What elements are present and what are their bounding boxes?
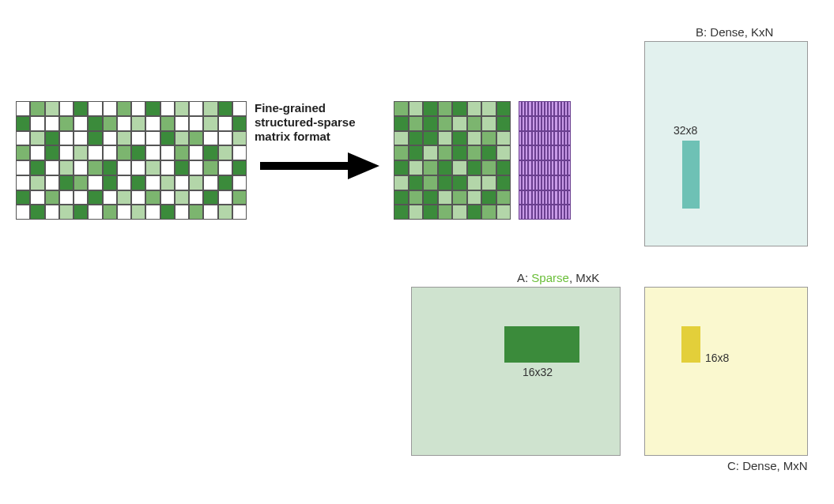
sparse-cell [189,101,203,116]
sparse-cell [59,101,74,116]
matrix-a-label: A: Sparse, MxK [517,271,599,284]
sparse-cell [131,190,145,205]
sparse-cell [218,101,232,116]
sparse-cell [103,160,117,175]
sparse-cell [160,190,175,205]
sparse-cell [189,175,203,190]
compressed-cell [438,160,453,175]
sparse-cell [160,160,175,175]
sparse-cell [189,145,203,160]
compressed-cell [481,101,496,116]
compressed-cell [452,145,467,160]
sparse-cell [103,116,117,131]
sparse-cell [16,190,30,205]
compressed-cell [409,190,424,205]
compressed-cell [409,205,424,220]
compressed-cell [452,131,467,146]
sparse-cell [30,101,44,116]
sparse-cell [45,131,59,146]
sparse-cell [59,116,74,131]
sparse-cell [232,131,247,146]
compressed-cell [467,190,482,205]
sparse-cell [88,205,102,220]
sparse-cell [88,175,102,190]
compressed-cell [496,145,511,160]
sparse-cell [16,160,30,175]
sparse-cell [203,145,217,160]
sparse-cell [103,175,117,190]
sparse-cell [160,116,175,131]
sparse-cell [30,116,44,131]
sparse-cell [103,205,117,220]
sparse-cell [218,131,232,146]
sparse-cell [117,145,131,160]
sparse-cell [175,160,189,175]
sparse-cell [203,116,217,131]
compressed-cell [394,145,409,160]
sparse-cell [45,190,59,205]
sparse-cell [45,205,59,220]
index-cell [568,175,571,190]
sparse-cell [175,131,189,146]
sparse-cell [103,101,117,116]
matrix-b-label: B: Dense, KxN [696,25,773,39]
index-cell [568,145,571,160]
compressed-cell [452,116,467,131]
sparse-cell [103,145,117,160]
index-metadata-grid [519,101,571,220]
compressed-cell [496,131,511,146]
sparse-cell [16,175,30,190]
sparse-cell [117,190,131,205]
sparse-matrix-grid [16,101,247,220]
sparse-cell [175,116,189,131]
compressed-cell [438,175,453,190]
sparse-cell [189,190,203,205]
compressed-cell [496,116,511,131]
compressed-cell [394,205,409,220]
sparse-cell [189,160,203,175]
compressed-cell [423,101,438,116]
sparse-cell [218,205,232,220]
sparse-cell [189,116,203,131]
compressed-cell [423,145,438,160]
index-cell [568,160,571,175]
sparse-cell [59,131,74,146]
compressed-cell [496,175,511,190]
compressed-cell [452,175,467,190]
sparse-cell [45,101,59,116]
sparse-cell [232,175,247,190]
compressed-cell [481,116,496,131]
sparse-cell [145,131,160,146]
sparse-cell [131,116,145,131]
sparse-cell [59,205,74,220]
arrow-icon [257,146,383,186]
sparse-cell [218,175,232,190]
sparse-cell [131,160,145,175]
compressed-cell [452,101,467,116]
sparse-cell [88,116,102,131]
sparse-cell [203,190,217,205]
sparse-cell [30,190,44,205]
sparse-cell [232,145,247,160]
sparse-cell [160,205,175,220]
compressed-cell [467,131,482,146]
sparse-cell [175,145,189,160]
compressed-cell [409,131,424,146]
sparse-cell [117,101,131,116]
sparse-cell [175,190,189,205]
compressed-cell [409,116,424,131]
sparse-cell [131,175,145,190]
compressed-cell [423,190,438,205]
sparse-cell [117,131,131,146]
sparse-cell [45,145,59,160]
sparse-cell [175,175,189,190]
compressed-cell [452,205,467,220]
sparse-cell [88,160,102,175]
sparse-cell [59,160,74,175]
sparse-cell [30,131,44,146]
sparse-cell [203,131,217,146]
sparse-cell [74,145,88,160]
sparse-cell [74,205,88,220]
matrix-b-box [644,41,808,246]
sparse-cell [232,190,247,205]
